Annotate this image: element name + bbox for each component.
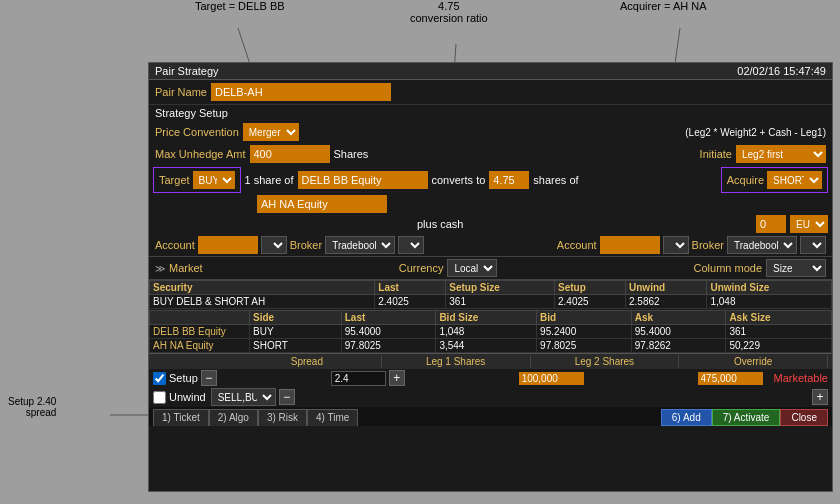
price-convention-label: Price Convention <box>155 126 239 138</box>
cell-unwind: 2.5862 <box>626 295 707 309</box>
column-mode-select[interactable]: Size <box>766 259 826 277</box>
leg1-col-header: Leg 1 Shares <box>382 355 531 368</box>
cell-leg1-last: 95.4000 <box>341 325 436 339</box>
ratio-input[interactable] <box>489 171 529 189</box>
account-select2[interactable] <box>663 236 689 254</box>
col-leg-ask-size: Ask Size <box>726 311 832 325</box>
cell-leg2-last: 97.8025 <box>341 339 436 353</box>
max-unhedge-input[interactable] <box>250 145 330 163</box>
column-mode-label: Column mode <box>694 262 762 274</box>
spread-input[interactable] <box>331 371 386 386</box>
marketable-text: Marketable <box>774 372 828 384</box>
close-button[interactable]: Close <box>780 409 828 426</box>
override-col-header: Override <box>679 355 828 368</box>
tab-time[interactable]: 4) Time <box>307 409 358 426</box>
cell-leg1-ask: 95.4000 <box>631 325 726 339</box>
cell-leg2-bid: 97.8025 <box>537 339 632 353</box>
market-label: Market <box>169 262 203 274</box>
initiate-select[interactable]: Leg2 first <box>736 145 826 163</box>
cell-leg1-bid: 95.2400 <box>537 325 632 339</box>
cell-leg2-bid-size: 3,544 <box>436 339 537 353</box>
activate-button[interactable]: 7) Activate <box>712 409 781 426</box>
main-data-table: Security Last Setup Size Setup Unwind Un… <box>149 280 832 309</box>
setup-checkbox[interactable] <box>153 372 166 385</box>
acquirer-side-select[interactable]: SHORT <box>767 171 822 189</box>
unwind-label: Unwind <box>169 391 206 403</box>
col-leg-side: Side <box>250 311 342 325</box>
leg2-col-header: Leg 2 Shares <box>531 355 680 368</box>
target-label: Target <box>159 174 190 186</box>
add-button[interactable]: 6) Add <box>661 409 712 426</box>
account-select1[interactable] <box>261 236 287 254</box>
unwind-side-select[interactable]: SELL,BUY <box>211 388 276 406</box>
currency-select[interactable]: EUR <box>790 215 828 233</box>
pair-name-input[interactable] <box>211 83 391 101</box>
target-equity-input[interactable] <box>298 171 428 189</box>
target-side-select[interactable]: BUY <box>193 171 235 189</box>
ratio-annotation-value: 4.75 <box>410 0 488 12</box>
leg1-shares-input[interactable] <box>519 372 584 385</box>
tab-ticket[interactable]: 1) Ticket <box>153 409 209 426</box>
broker-select2[interactable]: Tradebook <box>727 236 797 254</box>
leg2-shares-input[interactable] <box>698 372 763 385</box>
target-acquirer-container: Target BUY 1 share of converts to shares… <box>153 167 828 193</box>
account-input2[interactable] <box>600 236 660 254</box>
equity-row <box>153 195 828 213</box>
setup-minus[interactable]: − <box>201 370 217 386</box>
broker-select2b[interactable] <box>800 236 826 254</box>
unwind-plus[interactable]: + <box>812 389 828 405</box>
unwind-checkbox[interactable] <box>153 391 166 404</box>
one-share-label: 1 share of <box>245 174 294 186</box>
cell-setup-size: 361 <box>446 295 555 309</box>
currency-input[interactable] <box>756 215 786 233</box>
cell-leg2-security: AH NA Equity <box>150 339 250 353</box>
col-unwind-size: Unwind Size <box>707 281 832 295</box>
spread-plus[interactable]: + <box>389 370 405 386</box>
account-broker-row: Account Broker Tradebook Account Broker … <box>149 234 832 256</box>
broker-select1b[interactable] <box>398 236 424 254</box>
unwind-data-row: Unwind SELL,BUY − + <box>149 387 832 407</box>
annotation-target: Target = DELB BB <box>195 0 285 12</box>
price-convention-row: Price Convention Merger (Leg2 * Weight2 … <box>149 121 832 143</box>
acquirer-box: Acquire SHORT <box>721 167 828 193</box>
col-setup-size: Setup Size <box>446 281 555 295</box>
account-label1: Account <box>155 239 195 251</box>
tab-risk[interactable]: 3) Risk <box>258 409 307 426</box>
broker-select1[interactable]: Tradebook <box>325 236 395 254</box>
main-panel: Pair Strategy 02/02/16 15:47:49 Pair Nam… <box>148 62 833 492</box>
table-row: DELB BB Equity BUY 95.4000 1,048 95.2400… <box>150 325 832 339</box>
col-leg-bid-size: Bid Size <box>436 311 537 325</box>
price-convention-select[interactable]: Merger <box>243 123 299 141</box>
acquirer-label: Acquire <box>727 174 764 186</box>
target-annotation-text: Target = DELB BB <box>195 0 285 12</box>
col-leg-last: Last <box>341 311 436 325</box>
cell-leg2-ask-size: 50,229 <box>726 339 832 353</box>
col-last: Last <box>375 281 446 295</box>
acquirer-annotation-text: Acquirer = AH NA <box>620 0 707 12</box>
window-title: Pair Strategy <box>155 65 219 77</box>
tab-algo[interactable]: 2) Algo <box>209 409 258 426</box>
cell-leg1-security: DELB BB Equity <box>150 325 250 339</box>
col-setup: Setup <box>555 281 626 295</box>
cell-unwind-size: 1,048 <box>707 295 832 309</box>
currency-mode-select[interactable]: Local <box>447 259 497 277</box>
pair-name-row: Pair Name <box>149 80 832 105</box>
plus-cash-label: plus cash <box>417 218 463 230</box>
broker-label2: Broker <box>692 239 724 251</box>
ratio-annotation-label: conversion ratio <box>410 12 488 24</box>
outer-wrapper: Target = DELB BB 4.75 conversion ratio A… <box>0 0 840 504</box>
col-leg-security <box>150 311 250 325</box>
account-input1[interactable] <box>198 236 258 254</box>
acquirer-equity-input[interactable] <box>257 195 387 213</box>
table-row: BUY DELB & SHORT AH 2.4025 361 2.4025 2.… <box>150 295 832 309</box>
unwind-minus[interactable]: − <box>279 389 295 405</box>
setup-header-row: Spread Leg 1 Shares Leg 2 Shares Overrid… <box>149 353 832 369</box>
cell-leg1-bid-size: 1,048 <box>436 325 537 339</box>
cell-security: BUY DELB & SHORT AH <box>150 295 375 309</box>
cell-leg2-side: SHORT <box>250 339 342 353</box>
leg-data-table: Side Last Bid Size Bid Ask Ask Size DELB… <box>149 310 832 353</box>
converts-to-label: converts to <box>432 174 486 186</box>
setup-spread-text: Setup 2.40spread <box>8 396 56 418</box>
strategy-header-text: Strategy Setup <box>155 107 228 119</box>
max-unhedge-row: Max Unhedge Amt Shares Initiate Leg2 fir… <box>149 143 832 165</box>
